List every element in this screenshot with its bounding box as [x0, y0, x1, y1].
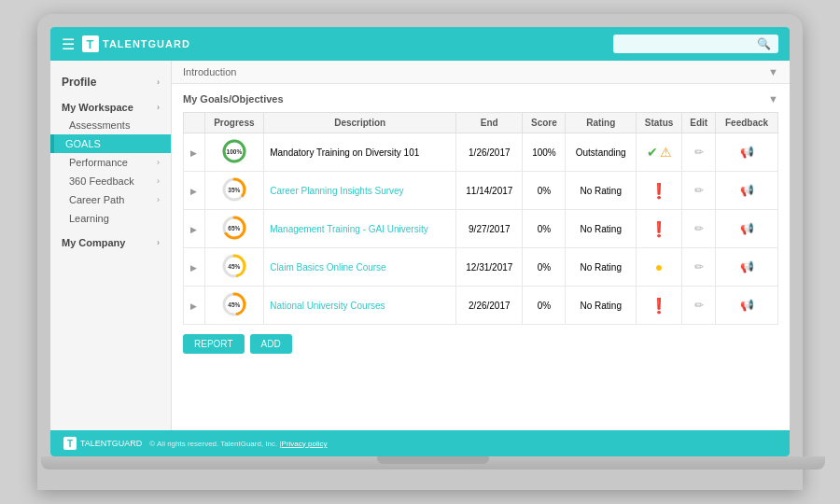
company-chevron-icon: ›	[157, 238, 160, 247]
search-input[interactable]	[621, 38, 751, 49]
feedback-cell[interactable]: 📢	[716, 287, 778, 325]
expand-cell[interactable]: ▶	[184, 133, 205, 172]
feedback-cell[interactable]: 📢	[716, 248, 778, 287]
rating-value: No Rating	[580, 186, 621, 196]
sidebar-item-learning[interactable]: Learning	[50, 209, 171, 228]
header-chevron-icon: ▼	[768, 66, 778, 77]
expand-icon[interactable]: ▶	[190, 225, 197, 234]
th-score: Score	[523, 113, 566, 133]
score-cell: 0%	[523, 210, 566, 248]
expand-cell[interactable]: ▶	[184, 210, 205, 248]
goal-link[interactable]: Career Planning Insights Survey	[270, 186, 403, 196]
search-bar[interactable]: 🔍	[613, 35, 778, 53]
workspace-chevron-icon: ›	[157, 103, 160, 112]
th-description: Description	[264, 113, 456, 133]
footer-copy: © All rights reserved. TalentGuard, Inc.…	[149, 440, 281, 448]
rating-cell: No Rating	[566, 287, 637, 325]
score-cell: 0%	[523, 248, 566, 287]
footer: T TALENTGUARD © All rights reserved. Tal…	[50, 430, 790, 456]
expand-icon[interactable]: ▶	[190, 148, 197, 158]
th-status: Status	[637, 113, 682, 133]
expand-icon[interactable]: ▶	[190, 263, 197, 273]
status-warning-icon: ⚠	[660, 145, 672, 160]
description-cell: Claim Basics Online Course	[264, 248, 456, 287]
sidebar-item-360feedback[interactable]: 360 Feedback ›	[50, 172, 171, 190]
action-buttons: REPORT ADD	[183, 334, 778, 354]
progress-label: 35%	[228, 187, 240, 193]
edit-icon[interactable]: ✏	[694, 184, 704, 197]
my-workspace-section[interactable]: My Workspace ›	[50, 96, 171, 116]
goal-link[interactable]: Management Training - GAI University	[270, 224, 428, 234]
edit-icon[interactable]: ✏	[694, 146, 704, 159]
table-row: ▶ 35% Career Planning Insights Survey 11…	[184, 172, 778, 210]
feedback-icon[interactable]: 📢	[740, 299, 754, 312]
sidebar-item-assessments[interactable]: Assessments	[50, 116, 171, 134]
expand-cell[interactable]: ▶	[184, 287, 205, 325]
sidebar-item-career-path[interactable]: Career Path ›	[50, 190, 171, 209]
feedback-cell[interactable]: 📢	[716, 210, 778, 248]
feedback-cell[interactable]: 📢	[716, 172, 778, 210]
feedback-icon[interactable]: 📢	[740, 222, 754, 235]
end-date: 2/26/2017	[469, 301, 511, 311]
expand-cell[interactable]: ▶	[184, 248, 205, 287]
progress-label: 65%	[228, 225, 240, 231]
career-path-label: Career Path	[69, 194, 124, 205]
feedback-icon[interactable]: 📢	[740, 146, 754, 159]
description-cell: National University Courses	[264, 287, 456, 325]
feedback-icon[interactable]: 📢	[740, 184, 754, 197]
feedback-cell[interactable]: 📢	[716, 133, 778, 172]
privacy-policy-link[interactable]: Privacy policy	[282, 440, 328, 448]
status-cell: ❗	[637, 210, 682, 248]
score-cell: 100%	[523, 133, 566, 172]
score-value: 0%	[538, 186, 551, 196]
expand-icon[interactable]: ▶	[190, 187, 197, 196]
hamburger-icon[interactable]: ☰	[62, 35, 75, 53]
table-row: ▶ 45% National University Courses 2/26/2…	[184, 287, 778, 325]
profile-chevron-icon: ›	[157, 77, 160, 87]
goal-link[interactable]: Claim Basics Online Course	[270, 262, 386, 273]
logo-text: TALENTGUARD	[103, 38, 190, 49]
rating-cell: Outstanding	[566, 133, 637, 172]
edit-cell[interactable]: ✏	[682, 172, 716, 210]
goals-section-label: My Goals/Objectives	[183, 93, 284, 105]
my-company-label: My Company	[62, 237, 125, 248]
feedback-icon[interactable]: 📢	[740, 260, 754, 273]
rating-value: No Rating	[580, 262, 621, 273]
th-feedback: Feedback	[716, 113, 778, 133]
table-row: ▶ 65% Management Training - GAI Universi…	[184, 210, 778, 248]
table-row: ▶ 100% Mandatory Training on Diversity 1…	[184, 133, 778, 172]
progress-cell: 100%	[204, 133, 264, 172]
search-icon[interactable]: 🔍	[757, 37, 771, 50]
th-end: End	[456, 113, 523, 133]
goals-label: GOALS	[65, 138, 101, 149]
goal-link[interactable]: National University Courses	[270, 301, 385, 311]
sidebar-profile[interactable]: Profile ›	[50, 68, 171, 96]
edit-icon[interactable]: ✏	[694, 260, 704, 273]
expand-icon[interactable]: ▶	[190, 301, 197, 311]
score-value: 0%	[538, 301, 551, 311]
sidebar: Profile › My Workspace › Assessments GOA…	[50, 61, 172, 430]
edit-cell[interactable]: ✏	[682, 210, 716, 248]
sidebar-item-performance[interactable]: Performance ›	[50, 153, 171, 172]
feedback-chevron-icon: ›	[157, 176, 160, 186]
edit-cell[interactable]: ✏	[682, 133, 716, 172]
edit-cell[interactable]: ✏	[682, 287, 716, 325]
edit-icon[interactable]: ✏	[694, 222, 704, 235]
rating-value: No Rating	[580, 224, 621, 234]
expand-cell[interactable]: ▶	[184, 172, 205, 210]
end-cell: 1/26/2017	[456, 133, 523, 172]
goals-section-header: My Goals/Objectives ▼	[183, 93, 778, 105]
footer-logo-icon: T	[63, 437, 77, 450]
my-company-section[interactable]: My Company ›	[50, 231, 171, 251]
performance-label: Performance	[69, 157, 128, 168]
section-chevron-icon: ▼	[768, 93, 778, 105]
rating-value: No Rating	[580, 301, 621, 311]
add-button[interactable]: ADD	[250, 334, 292, 354]
edit-cell[interactable]: ✏	[682, 248, 716, 287]
end-cell: 2/26/2017	[456, 287, 523, 325]
career-chevron-icon: ›	[157, 195, 160, 204]
report-button[interactable]: REPORT	[183, 334, 245, 354]
sidebar-item-goals[interactable]: GOALS	[50, 134, 171, 153]
table-row: ▶ 45% Claim Basics Online Course 12/31/2…	[184, 248, 778, 287]
edit-icon[interactable]: ✏	[694, 299, 704, 312]
